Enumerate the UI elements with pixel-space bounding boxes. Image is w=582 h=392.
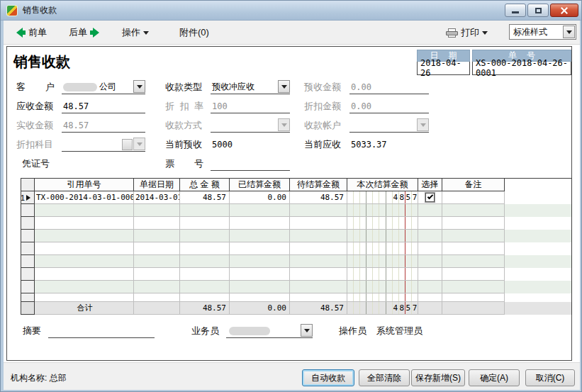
summary-input[interactable]	[48, 324, 155, 338]
receipt-account-select	[349, 118, 429, 133]
printer-icon	[446, 28, 458, 38]
minimize-icon	[512, 11, 519, 13]
discount-account-field	[62, 138, 145, 152]
window-title: 销售收款	[23, 4, 57, 16]
print-button[interactable]: 打印	[446, 26, 488, 39]
current-advance-value: 5000	[211, 138, 290, 152]
col-settled-amount: 已结算金额	[230, 179, 290, 191]
total-label: 合计	[36, 303, 133, 313]
auto-receive-button[interactable]: 自动收款	[302, 369, 354, 386]
titlebar[interactable]: 销售收款	[1, 1, 582, 21]
col-select: 选择	[418, 179, 442, 191]
customer-label: 客户	[16, 81, 55, 94]
discount-rate-label: 折扣率	[165, 100, 203, 113]
cell-remark[interactable]	[442, 191, 505, 204]
ticket-no-label: 票号	[165, 157, 203, 170]
summary-label: 摘要	[23, 325, 41, 337]
payment-method-label: 收款方式	[165, 119, 203, 132]
maximize-icon	[535, 8, 542, 13]
arrow-right-icon	[90, 28, 99, 38]
received-label: 实收金额	[16, 119, 55, 132]
table-row-empty[interactable]	[21, 255, 571, 268]
form-title: 销售收款	[13, 52, 70, 72]
operation-menu-button[interactable]: 操作	[122, 26, 149, 39]
cell-settled[interactable]: 0.00	[230, 191, 290, 204]
table-row-empty[interactable]	[21, 293, 571, 302]
discount-rate-field[interactable]: 100	[211, 99, 290, 113]
operator-value: 系统管理员	[376, 325, 422, 337]
close-icon	[560, 6, 569, 15]
advance-amount-field[interactable]: 0.00	[349, 80, 429, 94]
clear-all-button[interactable]: 全部清除	[359, 369, 410, 386]
table-row-empty[interactable]	[21, 242, 571, 255]
col-unsettled-amount: 待结算金额	[290, 179, 347, 191]
cell-select[interactable]	[418, 191, 442, 204]
salesman-select[interactable]	[226, 324, 313, 338]
arrow-left-icon	[16, 28, 26, 38]
receipt-type-select[interactable]: 预收冲应收	[211, 80, 290, 94]
chevron-down-icon	[278, 118, 290, 131]
col-current-settle-amount: 本次结算金额	[347, 179, 418, 191]
close-button[interactable]	[550, 4, 578, 17]
lookup-button	[122, 139, 133, 150]
sales-receipt-window: 销售收款 前单 后单 操作 附件(0) 打印 标准样式	[0, 0, 582, 392]
discount-account-label: 折扣科目	[16, 138, 55, 151]
form-panel: 销售收款 日期 2018-04-26 单号 XS-000-2018-04-26-…	[6, 46, 572, 361]
cell-total[interactable]: 48.57	[180, 191, 230, 204]
current-row-marker	[26, 195, 33, 201]
grid-header-row: 引用单号 单据日期 总 金 额 已结算金额 待结算金额 本次结算金额 选择 备注	[21, 179, 571, 191]
chevron-down-icon[interactable]	[301, 324, 313, 337]
receipt-account-label: 收款帐户	[304, 119, 342, 132]
receivable-label: 应收金额	[16, 100, 55, 113]
cell-doc-date[interactable]: 2014-03-01	[134, 191, 180, 204]
row-header-cell	[21, 179, 35, 191]
table-row[interactable]: 1 TX-000-2014-03-01-0001 2014-03-01 48.5…	[21, 191, 571, 204]
attachment-button[interactable]: 附件(0)	[179, 26, 209, 39]
ticket-no-field[interactable]	[211, 157, 290, 171]
minimize-button[interactable]	[505, 4, 526, 17]
maximize-button[interactable]	[527, 4, 549, 17]
print-style-select[interactable]: 标准样式	[509, 24, 576, 40]
current-receivable-value: 5033.37	[349, 138, 429, 152]
total-settled: 0.00	[230, 302, 290, 315]
chevron-down-icon	[482, 31, 488, 38]
col-doc-date: 单据日期	[134, 179, 180, 191]
table-row-empty[interactable]	[21, 217, 571, 230]
total-current-settle: 4857	[347, 302, 418, 315]
received-field[interactable]: 48.57	[62, 118, 145, 133]
salesman-label: 业务员	[191, 325, 219, 337]
receivable-field[interactable]: 48.57	[62, 99, 145, 113]
cancel-button[interactable]: 取消(C)	[525, 369, 575, 386]
doc-no-value[interactable]: XS-000-2018-04-26-0001	[472, 62, 571, 75]
chevron-down-icon	[417, 118, 429, 131]
total-row: 合计 48.57 0.00 48.57 4857	[21, 302, 571, 315]
redacted-text	[63, 83, 97, 91]
discount-amount-label: 折扣金额	[304, 100, 342, 113]
cell-ref-no[interactable]: TX-000-2014-03-01-0001	[35, 191, 134, 204]
main-content: 销售收款 日期 2018-04-26 单号 XS-000-2018-04-26-…	[4, 45, 580, 362]
statusbar: 机构名称: 总部 自动收款 全部清除 保存新增(S) 确定(A) 取消(C)	[4, 362, 580, 390]
row-checkbox-checked[interactable]	[425, 193, 435, 202]
discount-amount-field[interactable]: 0.00	[349, 99, 429, 113]
prev-doc-button[interactable]: 前单	[16, 26, 47, 39]
table-row-empty[interactable]	[21, 230, 571, 242]
table-row-empty[interactable]	[21, 204, 571, 217]
table-row-empty[interactable]	[21, 268, 571, 281]
toolbar: 前单 后单 操作 附件(0) 打印 标准样式	[4, 21, 580, 45]
next-doc-button[interactable]: 后单	[69, 26, 99, 39]
total-amount: 48.57	[180, 302, 230, 315]
check-icon	[427, 194, 433, 199]
cell-current-settle[interactable]: 4857	[347, 191, 418, 204]
save-new-button[interactable]: 保存新增(S)	[411, 369, 465, 386]
table-row-empty[interactable]	[21, 281, 571, 293]
customer-select[interactable]: 公司	[62, 80, 145, 94]
chevron-down-icon[interactable]	[133, 80, 145, 93]
cell-unsettled[interactable]: 48.57	[290, 191, 347, 204]
ok-button[interactable]: 确定(A)	[469, 369, 520, 386]
chevron-down-icon[interactable]	[563, 26, 575, 38]
chevron-down-icon[interactable]	[278, 80, 290, 93]
date-value[interactable]: 2018-04-26	[417, 62, 470, 75]
current-advance-label: 当前预收	[165, 138, 203, 151]
chevron-down-icon	[143, 31, 149, 38]
redacted-text	[229, 327, 270, 335]
